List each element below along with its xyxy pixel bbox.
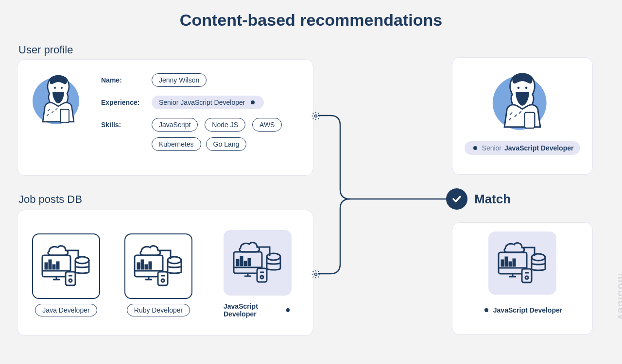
diagram-title: Content-based recommendations xyxy=(0,0,622,30)
server-monitor-icon xyxy=(132,242,185,290)
svg-rect-25 xyxy=(149,262,151,269)
svg-point-40 xyxy=(267,253,280,260)
job-label-highlighted: JavaScript Developer xyxy=(217,300,298,320)
server-monitor-icon xyxy=(39,242,93,290)
svg-point-1 xyxy=(54,87,56,89)
skill-tag: Go Lang xyxy=(206,137,247,151)
job-label: Java Developer xyxy=(35,304,97,316)
skill-tag: Kubernetes xyxy=(152,137,201,151)
server-monitor-icon xyxy=(231,238,284,287)
skill-tag: JavaScript xyxy=(152,118,198,132)
avatar-icon xyxy=(29,69,87,128)
matched-user-card: Senior JavaScript Developer xyxy=(452,57,593,175)
highlight-dot-icon xyxy=(251,100,255,104)
svg-rect-11 xyxy=(49,260,51,269)
svg-rect-34 xyxy=(237,260,239,265)
job-posts-card: Java Developer Ruby Develo xyxy=(17,210,313,336)
svg-rect-57 xyxy=(505,257,507,266)
experience-label: Experience: xyxy=(101,99,145,106)
svg-rect-24 xyxy=(145,265,147,269)
job-item: Ruby Developer xyxy=(124,233,192,316)
svg-point-28 xyxy=(168,257,181,264)
match-indicator: Match xyxy=(446,188,511,210)
svg-rect-36 xyxy=(244,262,246,265)
svg-point-48 xyxy=(525,87,528,89)
svg-point-44 xyxy=(315,115,317,117)
svg-point-2 xyxy=(61,87,63,89)
svg-rect-23 xyxy=(141,260,143,269)
svg-rect-59 xyxy=(513,259,515,266)
svg-rect-22 xyxy=(138,263,139,269)
experience-value: Senior JavaScript Developer xyxy=(152,96,264,109)
skill-tag: AWS xyxy=(252,118,282,132)
svg-point-45 xyxy=(315,273,317,276)
highlight-dot-icon xyxy=(473,146,477,150)
svg-point-62 xyxy=(532,254,545,261)
job-icon xyxy=(32,233,100,299)
svg-point-16 xyxy=(75,257,89,264)
matched-user-tag: Senior JavaScript Developer xyxy=(465,141,581,155)
job-posts-heading: Job posts DB xyxy=(18,193,82,206)
match-label: Match xyxy=(474,192,511,207)
skills-label: Skills: xyxy=(101,121,145,129)
matched-job-card: JavaScript Developer xyxy=(452,222,593,335)
highlight-dot-icon xyxy=(286,308,290,312)
job-icon-highlighted xyxy=(224,230,292,296)
job-item: JavaScript Developer xyxy=(217,230,298,320)
name-value: Jenny Wilson xyxy=(152,73,207,87)
svg-point-47 xyxy=(518,87,520,89)
user-avatar xyxy=(29,69,87,165)
gear-icon xyxy=(311,269,321,279)
skill-tag: Node JS xyxy=(205,118,245,132)
svg-rect-49 xyxy=(525,113,535,128)
server-monitor-icon xyxy=(496,239,549,287)
user-avatar xyxy=(488,66,556,141)
svg-rect-10 xyxy=(45,263,47,269)
check-circle-icon xyxy=(446,188,467,210)
job-icon-highlighted xyxy=(488,232,556,295)
svg-rect-13 xyxy=(57,262,59,269)
svg-rect-37 xyxy=(248,259,250,265)
svg-rect-58 xyxy=(509,262,511,266)
gear-icon xyxy=(311,111,321,121)
job-label: Ruby Developer xyxy=(127,304,190,316)
user-profile-heading: User profile xyxy=(18,44,73,56)
svg-rect-12 xyxy=(53,265,55,269)
svg-rect-35 xyxy=(241,257,242,265)
name-label: Name: xyxy=(101,76,145,84)
svg-rect-56 xyxy=(501,260,503,266)
matched-job-tag: JavaScript Developer xyxy=(476,303,569,317)
watermark: mobidev xyxy=(615,273,622,320)
avatar-icon xyxy=(488,66,556,139)
job-item: Java Developer xyxy=(32,233,100,316)
user-profile-card: Name: Jenny Wilson Experience: Senior Ja… xyxy=(17,59,313,176)
highlight-dot-icon xyxy=(484,308,488,312)
svg-rect-3 xyxy=(60,109,69,123)
job-icon xyxy=(124,233,192,299)
